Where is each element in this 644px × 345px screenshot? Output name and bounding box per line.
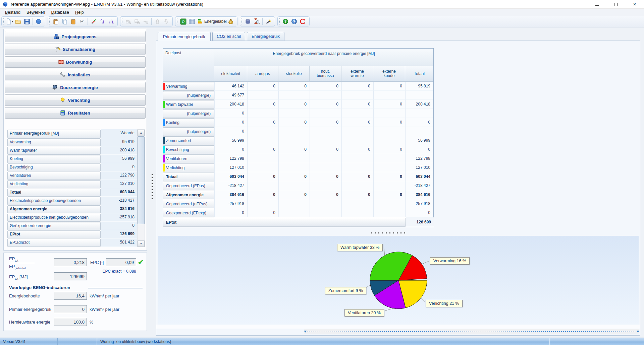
table-cell: 0 xyxy=(373,118,405,127)
paste-button[interactable] xyxy=(52,17,60,25)
epc-field[interactable]: 0,09 xyxy=(106,258,136,266)
table-row[interactable]: Geproduceerd (nEPus)-257 918-257 918 xyxy=(163,199,433,208)
online-help-button[interactable]: ? xyxy=(290,17,298,25)
epc-panel: EPtot EP;adm;tot 0,218 EPC [-] 0,09 ✔ EP… xyxy=(3,253,147,331)
save-button[interactable] xyxy=(23,17,31,25)
table-row[interactable]: Geproduceerd (EPus)-218 427-218 427 xyxy=(163,181,433,190)
help-button[interactable]: ? xyxy=(281,17,289,25)
row-value: -257 918 xyxy=(101,213,137,222)
table-row[interactable]: Totaal603 04400000603 044 xyxy=(163,172,433,181)
table-cell xyxy=(341,91,373,100)
copy-button[interactable] xyxy=(60,17,68,25)
hernieuwbare-energie-field[interactable]: 100,0 xyxy=(54,318,87,326)
sidebar-item-duurzame-energie[interactable]: Duurzame energie xyxy=(5,82,146,93)
table-row[interactable]: EPtot126 699 xyxy=(7,230,145,238)
row-label: Koeling xyxy=(7,155,101,163)
table-row[interactable]: Afgenomen energie384 61600000384 616 xyxy=(163,190,433,199)
add-item-button[interactable] xyxy=(142,17,150,25)
clipboard-button[interactable] xyxy=(69,17,77,25)
calculate-button[interactable]: R xyxy=(179,17,187,25)
move-up-button[interactable] xyxy=(153,17,161,25)
energiebehoefte-field[interactable]: 16,4 xyxy=(54,292,87,300)
table-row[interactable]: Verwarming46 1420000095 819 xyxy=(163,82,433,91)
move-down-button[interactable] xyxy=(162,17,170,25)
scroll-up-button[interactable]: ▲ xyxy=(138,130,145,136)
main-table-footer-row[interactable]: EPtot 126 699 xyxy=(163,217,433,227)
maximize-button[interactable] xyxy=(606,0,625,9)
tools-button[interactable] xyxy=(90,17,98,25)
table-row[interactable]: Bevochtiging0 xyxy=(7,163,145,171)
tab-co2-en-schil[interactable]: CO2 en schil xyxy=(212,32,245,41)
table-row[interactable]: (hulpenergie)0 xyxy=(163,127,433,136)
menu-database[interactable]: Database xyxy=(48,9,72,15)
tab-energiegebruik[interactable]: Energiegebruik xyxy=(247,32,284,41)
table-grid-button[interactable] xyxy=(188,17,196,25)
table-row[interactable]: Ventilatoren122 798 xyxy=(7,171,145,180)
tab-primair-energiegebruik[interactable]: Primair energiegebruik xyxy=(158,32,211,41)
table-row[interactable]: Electriciteitsproductie gebouwgebonden-2… xyxy=(7,197,145,205)
table-row[interactable]: (hulpenergie)49 677 xyxy=(163,91,433,100)
table-row[interactable]: Totaal603 044 xyxy=(7,188,145,197)
sidebar-item-installaties[interactable]: Installaties xyxy=(5,69,146,80)
sidebar-item-schematisering[interactable]: Schematisering xyxy=(5,44,146,55)
scrollbar-thumb[interactable] xyxy=(138,136,145,224)
table-row[interactable]: Geexporteerd (EPexp)000 xyxy=(163,208,433,217)
sidebar-item-resultaten[interactable]: Resultaten xyxy=(5,107,146,119)
table-row[interactable]: Verwarming95 819 xyxy=(7,138,145,146)
sidebar-item-verlichting[interactable]: Verlichting xyxy=(5,94,146,106)
table-row[interactable]: Koeling56 999 xyxy=(7,155,145,163)
menu-bestand[interactable]: Bestand xyxy=(2,9,23,15)
collapse-splitter[interactable] xyxy=(304,329,639,334)
sidebar-item-projectgegevens[interactable]: Projectgegevens xyxy=(5,31,146,42)
eptot-mj-field[interactable]: 126699 xyxy=(54,272,87,280)
svg-text:?: ? xyxy=(293,20,295,23)
primair-energiegebruik-field[interactable]: 0 xyxy=(54,305,87,313)
insert-row-above-button[interactable] xyxy=(124,17,132,25)
search-button[interactable] xyxy=(253,17,261,25)
menu-help[interactable]: Help xyxy=(72,9,87,15)
sidebar-item-bouwkundig[interactable]: Bouwkundig xyxy=(5,56,146,68)
table-cell: 0 xyxy=(405,208,433,217)
scroll-down-button[interactable]: ▼ xyxy=(138,240,145,247)
pie-chart-panel: Warm tapwater 33 % Verwarming 16 % Zomer… xyxy=(158,236,639,325)
open-file-button[interactable] xyxy=(14,17,22,25)
table-row[interactable]: Bevochtiging0000000 xyxy=(163,145,433,154)
table-cell: 200 418 xyxy=(405,100,433,109)
menu-bewerken[interactable]: Bewerken xyxy=(23,9,48,15)
minimize-button[interactable] xyxy=(588,0,606,9)
new-document-button[interactable]: ▾ xyxy=(5,17,13,25)
table-row[interactable]: Afgenomen energie384 616 xyxy=(7,205,145,213)
energielabel-button[interactable]: Energielabel € xyxy=(197,17,235,25)
update-button[interactable] xyxy=(299,17,307,25)
insert-row-below-button[interactable] xyxy=(133,17,141,25)
table-row[interactable]: EP:adm:tot581 422 xyxy=(7,238,145,247)
table-row[interactable]: Verlichting127 010127 010 xyxy=(163,163,433,172)
close-button[interactable]: × xyxy=(625,0,644,9)
table-row[interactable]: Zomercomfort56 99956 999 xyxy=(163,136,433,145)
rotate-button[interactable] xyxy=(98,17,106,25)
cut-button[interactable]: ✂ xyxy=(78,17,86,25)
table-cell: 0 xyxy=(247,82,278,91)
table-cell xyxy=(310,109,341,118)
database-button[interactable] xyxy=(244,17,252,25)
table-row[interactable]: Geëxporteerde energie0 xyxy=(7,222,145,230)
table-row[interactable]: Warm tapwater200 41800000200 418 xyxy=(163,100,433,109)
wizard-button[interactable] xyxy=(264,17,272,25)
table-row[interactable]: (hulpenergie)0 xyxy=(163,109,433,118)
table-row[interactable]: Warm tapwater200 418 xyxy=(7,146,145,155)
row-label: Geproduceerd (nEPus) xyxy=(163,200,214,208)
table-row[interactable]: Ventilatoren122 798122 798 xyxy=(163,154,433,163)
ratio-field[interactable]: 0,218 xyxy=(54,258,87,266)
main-table-body: Verwarming46 1420000095 819(hulpenergie)… xyxy=(163,82,433,217)
horizontal-splitter[interactable] xyxy=(371,232,408,234)
callout-line xyxy=(385,308,393,311)
table-row[interactable]: Electriciteitsproductie niet gebouwgebon… xyxy=(7,213,145,222)
vertical-splitter[interactable] xyxy=(150,27,154,338)
print-button[interactable] xyxy=(35,17,43,25)
column-header: externe koude xyxy=(373,66,405,82)
table-row[interactable]: Verlichting127 010 xyxy=(7,180,145,188)
row-label: Electriciteitsproductie gebouwgebonden xyxy=(7,197,101,205)
mirror-button[interactable] xyxy=(107,17,115,25)
summary-table-scrollbar[interactable]: ▲ ▼ xyxy=(137,129,145,247)
table-row[interactable]: Koeling0000000 xyxy=(163,118,433,127)
